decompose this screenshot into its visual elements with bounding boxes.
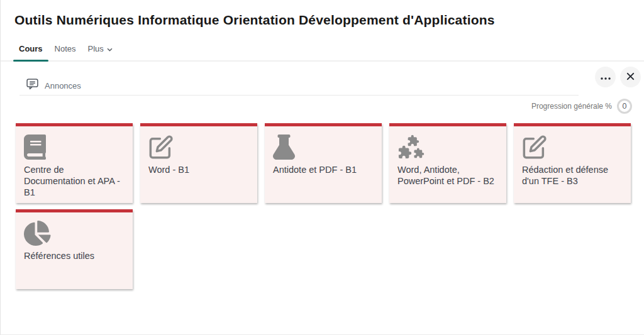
progress-value: 0	[623, 102, 627, 111]
close-button[interactable]	[620, 67, 641, 87]
tile-word-b1[interactable]: Word - B1	[140, 123, 257, 203]
edit-icon	[148, 135, 250, 162]
course-tiles-grid: Centre de Documentation et APA - B1 Word…	[16, 123, 643, 289]
ellipsis-icon	[601, 72, 611, 82]
tab-cours[interactable]: Cours	[19, 44, 43, 60]
progress-ring: 0	[617, 99, 632, 114]
course-tabs: Cours Notes Plus	[1, 44, 644, 62]
puzzle-icon	[397, 135, 499, 162]
tile-title: Word, Antidote, PowerPoint et PDF - B2	[397, 164, 499, 187]
tab-plus-label: Plus	[88, 44, 104, 53]
tab-notes[interactable]: Notes	[55, 44, 76, 60]
tile-centre-de-documentation[interactable]: Centre de Documentation et APA - B1	[16, 123, 133, 203]
speech-bubble-icon	[26, 77, 39, 94]
tile-word-antidote-powerpoint-pdf-b2[interactable]: Word, Antidote, PowerPoint et PDF - B2	[389, 123, 506, 203]
tab-cours-label: Cours	[19, 44, 43, 53]
tile-title: Word - B1	[148, 164, 250, 175]
pie-chart-icon	[24, 221, 125, 248]
more-options-button[interactable]	[595, 67, 616, 87]
tile-references-utiles[interactable]: Références utiles	[16, 209, 133, 289]
chevron-down-icon	[107, 44, 113, 53]
tile-antidote-pdf-b1[interactable]: Antidote et PDF - B1	[265, 123, 382, 203]
announcements-label: Annonces	[45, 81, 81, 91]
page-title: Outils Numériques Informatique Orientati…	[14, 13, 495, 28]
overall-progress: Progression générale % 0	[531, 99, 632, 114]
tile-title: Antidote et PDF - B1	[273, 164, 374, 175]
tab-notes-label: Notes	[55, 44, 76, 53]
book-icon	[24, 135, 125, 162]
tile-title: Références utiles	[24, 250, 125, 261]
tile-title: Rédaction et défense d'un TFE - B3	[522, 164, 623, 187]
edit-icon	[522, 135, 623, 162]
progress-label: Progression générale %	[531, 102, 612, 111]
flask-icon	[273, 135, 374, 162]
tab-plus[interactable]: Plus	[88, 44, 113, 60]
tile-title: Centre de Documentation et APA - B1	[24, 164, 125, 198]
tile-redaction-tfe-b3[interactable]: Rédaction et défense d'un TFE - B3	[514, 123, 631, 203]
close-icon	[626, 72, 635, 82]
announcements-link[interactable]: Annonces	[19, 76, 579, 96]
